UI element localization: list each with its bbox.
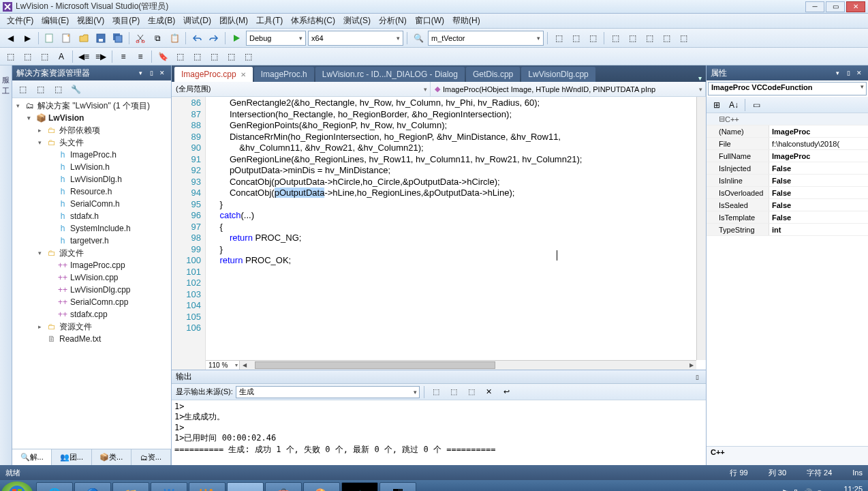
copy-button[interactable]: ⧉ (150, 31, 165, 46)
property-row[interactable]: IsInjectedFalse (707, 162, 868, 175)
taskbar-ie[interactable]: 🌐 (36, 482, 73, 491)
tb2-b6[interactable]: ⬚ (241, 49, 255, 64)
tray-ime-icon[interactable]: ㊥ (816, 488, 824, 492)
start-button[interactable] (1, 481, 33, 491)
panel-close-button[interactable]: ✕ (157, 68, 167, 78)
decrease-indent-button[interactable]: ◀≡ (76, 49, 91, 64)
props-close-button[interactable]: ✕ (854, 68, 864, 78)
alphabetical-button[interactable]: A↓ (726, 98, 741, 113)
file-node[interactable]: 🗎ReadMe.txt (12, 333, 171, 345)
tb-ext5[interactable]: ⬚ (625, 31, 640, 46)
file-tab[interactable]: LwVision.rc - ID...N_DIALOG - Dialog (315, 67, 465, 82)
menu-文件(F)[interactable]: 文件(F) (3, 14, 37, 28)
menu-帮助(H)[interactable]: 帮助(H) (448, 14, 484, 28)
hscroll-thumb[interactable] (255, 361, 495, 369)
save-all-button[interactable] (110, 31, 125, 46)
file-node[interactable]: ++stdafx.cpp (12, 308, 171, 321)
resources-folder-node[interactable]: ▸🗀资源文件 (12, 321, 171, 333)
menu-窗口(W)[interactable]: 窗口(W) (411, 14, 448, 28)
output-pin-button[interactable]: ▯ (692, 372, 702, 382)
tray-flag-icon[interactable]: ⚑ (781, 488, 789, 492)
out-tb1[interactable]: ⬚ (429, 385, 444, 400)
start-debug-button[interactable] (229, 31, 244, 46)
tb2-4[interactable]: A (54, 49, 69, 64)
tb2-b3[interactable]: ⬚ (189, 49, 204, 64)
minimize-button[interactable]: ─ (805, 1, 824, 12)
clock[interactable]: 11:25 2018/7/20 (829, 485, 863, 491)
close-button[interactable]: ✕ (846, 1, 865, 12)
taskbar-vs[interactable]: ∞ (227, 482, 264, 491)
file-node[interactable]: hLwVisionDlg.h (12, 173, 171, 185)
redo-button[interactable] (206, 31, 221, 46)
comment-button[interactable]: ≡ (116, 49, 131, 64)
props-pin-button[interactable]: ▯ (843, 68, 853, 78)
platform-dropdown[interactable]: x64 (308, 31, 403, 46)
project-node[interactable]: ▾📦LwVision (12, 112, 171, 124)
tb2-2[interactable]: ⬚ (20, 49, 35, 64)
file-node[interactable]: hstdafx.h (12, 210, 171, 222)
tb-ext6[interactable]: ⬚ (642, 31, 657, 46)
tray-volume-icon[interactable]: 🔊 (803, 488, 813, 492)
menu-工具(T)[interactable]: 工具(T) (252, 14, 287, 28)
scope-dropdown[interactable]: (全局范围) (172, 82, 431, 96)
panel-pin-button[interactable]: ▯ (146, 68, 156, 78)
tb2-b5[interactable]: ⬚ (223, 49, 238, 64)
horizontal-scrollbar[interactable]: 110 % ◀ ▶ (206, 360, 696, 370)
find-combo[interactable]: m_tVector (428, 31, 544, 46)
file-tab[interactable]: LwVisionDlg.cpp (521, 67, 595, 82)
class-tab[interactable]: 📦类... (92, 449, 131, 465)
scroll-left-arrow[interactable]: ◀ (240, 361, 249, 370)
open-button[interactable] (76, 31, 91, 46)
system-tray[interactable]: ▲ ⚑ 🖧 🔊 ㊥ 11:25 2018/7/20 (769, 485, 867, 491)
menu-调试(D)[interactable]: 调试(D) (179, 14, 215, 28)
tb-ext2[interactable]: ⬚ (568, 31, 583, 46)
headers-folder-node[interactable]: ▾🗀头文件 (12, 136, 171, 149)
server-explorer-tab[interactable]: 服 (0, 68, 12, 74)
properties-button[interactable]: 🔧 (68, 82, 83, 97)
output-text[interactable]: 1> 1>生成成功。 1> 1>已用时间 00:00:02.46 =======… (172, 400, 706, 465)
tb-ext1[interactable]: ⬚ (551, 31, 566, 46)
exp-tb3[interactable]: ⬚ (50, 82, 65, 97)
file-node[interactable]: htargetver.h (12, 235, 171, 247)
save-button[interactable] (93, 31, 108, 46)
undo-button[interactable] (189, 31, 204, 46)
add-item-button[interactable]: + (59, 31, 74, 46)
zoom-dropdown[interactable]: 110 % (206, 361, 240, 370)
member-dropdown[interactable]: ◆ImageProc(HObject Image, HTuple hWndID,… (431, 82, 706, 96)
code-content[interactable]: GenRectangle2(&ho_Rectangle, hv_Row, hv_… (210, 97, 696, 360)
close-tab-icon[interactable]: ✕ (241, 71, 246, 78)
menu-编辑(E)[interactable]: 编辑(E) (37, 14, 73, 28)
property-row[interactable]: Filef:\halconstudy\2018( (707, 138, 868, 150)
out-tb2[interactable]: ⬚ (446, 385, 461, 400)
tb2-3[interactable]: ⬚ (37, 49, 52, 64)
find-in-files-button[interactable]: 🔍 (411, 31, 426, 46)
hscroll-track[interactable] (249, 361, 687, 370)
file-node[interactable]: ++ImageProc.cpp (12, 259, 171, 271)
external-deps-node[interactable]: ▸🗀外部依赖项 (12, 124, 171, 136)
file-node[interactable]: ++LwVision.cpp (12, 271, 171, 284)
taskbar-media[interactable]: 🔵 (74, 482, 111, 491)
solution-node[interactable]: ▾🗂解决方案 "LwVision" (1 个项目) (12, 100, 171, 112)
property-row[interactable]: (Name)ImageProc (707, 125, 868, 138)
vertical-scrollbar[interactable] (696, 97, 706, 360)
taskbar-app2[interactable]: 🧰 (265, 482, 302, 491)
paste-button[interactable]: 📋 (167, 31, 182, 46)
forward-button[interactable]: ▶ (20, 31, 35, 46)
menu-项目(P)[interactable]: 项目(P) (108, 14, 144, 28)
out-tb3[interactable]: ⬚ (464, 385, 479, 400)
config-dropdown[interactable]: Debug (246, 31, 306, 46)
new-project-button[interactable] (42, 31, 57, 46)
property-row[interactable]: IsInlineFalse (707, 175, 868, 187)
menu-生成(B)[interactable]: 生成(B) (144, 14, 179, 28)
panel-dropdown-button[interactable]: ▾ (136, 68, 145, 78)
sources-folder-node[interactable]: ▾🗀源文件 (12, 247, 171, 259)
menu-体系结构(C)[interactable]: 体系结构(C) (287, 14, 339, 28)
property-row[interactable]: IsOverloadedFalse (707, 187, 868, 199)
categorized-button[interactable]: ⊞ (709, 98, 724, 113)
out-wrap-button[interactable]: ↩ (499, 385, 514, 400)
file-node[interactable]: hImageProc.h (12, 149, 171, 161)
taskbar-wps[interactable]: W (151, 482, 187, 491)
file-node[interactable]: hSystemInclude.h (12, 222, 171, 235)
taskbar-explorer[interactable]: 📁 (112, 482, 149, 491)
props-pages-button[interactable]: ▭ (749, 98, 764, 113)
